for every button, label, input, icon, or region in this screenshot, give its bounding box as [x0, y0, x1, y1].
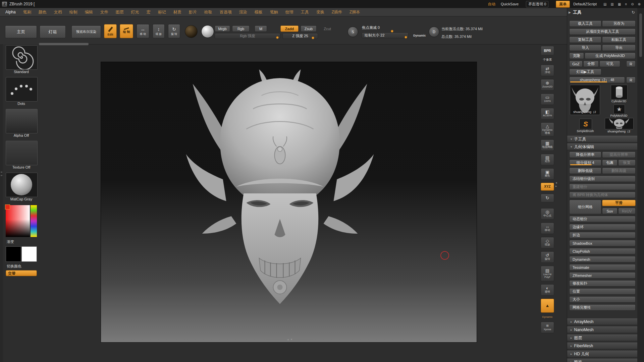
- menu-item-brush[interactable]: 笔刷: [23, 9, 31, 15]
- alternate-button[interactable]: 交替: [6, 270, 37, 276]
- rgb-intensity-slider[interactable]: Rgb 强度: [215, 33, 280, 39]
- floor-grid-button[interactable]: ▦ 地面网格: [541, 139, 554, 151]
- arrow-left-icon[interactable]: ◂: [555, 181, 557, 184]
- transparency-button[interactable]: ◐ 透明: [541, 284, 554, 296]
- quicksave-button[interactable]: QuickSave: [501, 2, 519, 6]
- perspective-button[interactable]: △ Dynamic 透视: [541, 122, 554, 136]
- pivot-button[interactable]: ◎ 中心点: [541, 208, 554, 220]
- color-hue-strip[interactable]: [31, 205, 37, 237]
- aa-half-button[interactable]: ◧ AC50%: [541, 108, 554, 119]
- goz-visible-button[interactable]: 可见: [599, 61, 620, 67]
- menu-item-preferences[interactable]: 首选项: [220, 9, 232, 15]
- edgeloop-button[interactable]: 边缘环: [569, 224, 636, 230]
- arraymesh-section-header[interactable]: ▸ ArrayMesh: [567, 318, 638, 325]
- menu-item-alpha[interactable]: Alpha: [5, 10, 16, 14]
- texture-selector[interactable]: [6, 141, 38, 165]
- fibermesh-section-header[interactable]: ▸ FiberMesh: [567, 343, 638, 349]
- smooth-toggle[interactable]: 平滑: [602, 200, 636, 206]
- make-polymesh-button[interactable]: 生成 PolyMesh3D: [585, 53, 636, 59]
- geometry-section-header[interactable]: ▾ 几何体编辑: [567, 143, 638, 150]
- paste-tool-button[interactable]: 粘贴工具: [602, 37, 636, 43]
- shadowbox-button[interactable]: ShadowBox: [569, 240, 636, 246]
- current-color-swatch[interactable]: [5, 204, 10, 209]
- polymesh3d-thumbnail[interactable]: ★: [613, 105, 625, 114]
- restore-button[interactable]: 恢复: [618, 160, 636, 166]
- import-button[interactable]: 导入: [569, 45, 601, 51]
- load-tool-button[interactable]: 载入工具: [569, 20, 601, 27]
- layers-section-header[interactable]: ▸ 图层: [567, 335, 638, 341]
- bpr-button[interactable]: BPR: [541, 46, 554, 55]
- panel-scrollbar-track[interactable]: [637, 8, 644, 362]
- edit-button[interactable]: Edit: [104, 24, 117, 38]
- save-as-button[interactable]: 另存为: [602, 20, 636, 27]
- alpha-selector[interactable]: [6, 109, 38, 133]
- dynamesh-button[interactable]: Dynamesh: [569, 256, 636, 262]
- menu-item-layer[interactable]: 图层: [116, 9, 124, 15]
- rgb-button[interactable]: Rgb: [232, 25, 250, 32]
- cylinder3d-thumbnail[interactable]: [611, 85, 628, 100]
- cage-button[interactable]: 包裹: [602, 160, 618, 166]
- m-button[interactable]: M: [255, 25, 267, 32]
- frame-button[interactable]: ▣ 聚焦: [541, 168, 554, 180]
- menu-item-texture[interactable]: 纹理: [285, 9, 293, 15]
- secondary-color-swatch[interactable]: [21, 246, 37, 262]
- sculptris-toggle[interactable]: S: [347, 26, 358, 37]
- grid-icon[interactable]: ▥: [610, 2, 613, 6]
- menu-item-zplugin[interactable]: Z插件: [332, 9, 342, 15]
- mesh-integrity-button[interactable]: 网格完整性: [569, 304, 636, 311]
- preview-section-header[interactable]: ▸ 预览: [567, 359, 638, 362]
- document-canvas[interactable]: ▴▾: [101, 62, 477, 343]
- scale-button[interactable]: ↕ 缩 放: [153, 24, 165, 38]
- menu-item-macro[interactable]: 宏: [147, 9, 151, 15]
- preview-boolean-button[interactable]: 预览布尔渲染: [71, 25, 101, 38]
- crease-button[interactable]: 折边: [569, 232, 636, 238]
- hd-geometry-section-header[interactable]: ▸ HD 几何: [567, 351, 638, 357]
- scale-doc-button[interactable]: ◇ 缩放: [541, 237, 554, 248]
- draw-size-slider[interactable]: 绘制大小 22: [362, 33, 409, 38]
- move-doc-button[interactable]: ↔ 移动: [541, 223, 554, 234]
- shuangsheng-thumbnail[interactable]: [605, 118, 634, 129]
- menu-item-stencil[interactable]: 模板: [255, 9, 263, 15]
- z-intensity-slider[interactable]: Z 强度 25: [282, 33, 318, 39]
- rotate-button[interactable]: ↻ 旋 转: [168, 24, 180, 38]
- zsub-button[interactable]: Zsub: [301, 25, 317, 32]
- home-button[interactable]: 主页: [5, 25, 37, 38]
- convert-bpr-button[interactable]: 将 BPR 转换为几何体: [569, 192, 636, 198]
- menu-item-marker[interactable]: 标记: [158, 9, 166, 15]
- auto-toggle[interactable]: 自动: [488, 2, 495, 7]
- dynamic-toggle[interactable]: D: [429, 26, 439, 37]
- canvas-bottom-scroll[interactable]: ▴▾: [267, 338, 313, 341]
- ghost-button[interactable]: ▲: [541, 299, 554, 313]
- zremesher-button[interactable]: ZRemesher: [569, 272, 636, 279]
- zscript-selector[interactable]: DefaultZScript: [573, 2, 597, 6]
- size-button[interactable]: 大小: [569, 296, 636, 303]
- focal-shift-slider[interactable]: 焦点衰减 0: [362, 25, 416, 31]
- shelf-scrollbar[interactable]: [39, 43, 89, 45]
- del-lower-button[interactable]: 删除低级: [569, 168, 601, 174]
- menu-item-file[interactable]: 文件: [100, 9, 108, 15]
- move-button[interactable]: ↔ 移 动: [137, 24, 149, 38]
- palette-refresh-icon[interactable]: ↻: [632, 10, 635, 15]
- subtool-section-header[interactable]: ▾ 子工具: [567, 136, 638, 142]
- del-higher-button[interactable]: 删除高级: [602, 168, 636, 174]
- active-tool-r-button[interactable]: R: [626, 77, 636, 83]
- menu-item-transform[interactable]: 变换: [316, 9, 324, 15]
- switch-colors-label[interactable]: 切换颜色: [7, 264, 21, 269]
- menu-item-movie[interactable]: 影片: [189, 9, 197, 15]
- gradient-label[interactable]: 渐变: [7, 239, 14, 244]
- material-selector[interactable]: [6, 173, 38, 197]
- modify-topology-button[interactable]: 修改拓扑: [569, 280, 636, 287]
- dynamic-mode-label[interactable]: Dynamic: [413, 34, 426, 37]
- menu-item-material[interactable]: 材质: [173, 9, 181, 15]
- xyz-button[interactable]: XYZ: [541, 183, 554, 191]
- scroll-doc-button[interactable]: ⇄ 浮动: [541, 65, 554, 76]
- simplebrush-thumbnail[interactable]: S: [579, 119, 592, 129]
- zcut-button[interactable]: Zcut: [319, 25, 335, 32]
- menu-item-color[interactable]: 颜色: [39, 9, 47, 15]
- ui-transparency-slider[interactable]: 界面透明 0: [526, 1, 548, 7]
- lightbox-to-tool-button[interactable]: 灯箱▶工具: [569, 69, 601, 75]
- arrow-right-icon[interactable]: ▸: [555, 184, 557, 188]
- main-color-swatch[interactable]: [6, 246, 21, 262]
- draw-button[interactable]: 绘 制: [120, 24, 133, 38]
- stroke-selector[interactable]: [6, 77, 38, 102]
